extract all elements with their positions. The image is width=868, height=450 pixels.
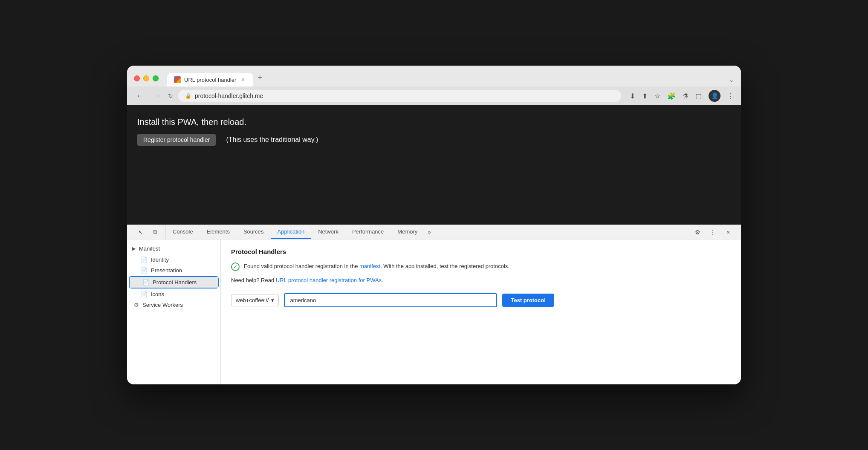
tab-network[interactable]: Network	[311, 225, 345, 239]
sidebar-item-service-workers[interactable]: ⚙ Service Workers	[127, 300, 220, 310]
device-toolbar-icon[interactable]: ⧉	[148, 225, 162, 239]
active-tab[interactable]: URL protocol handler ×	[167, 73, 253, 87]
devtools-panel: ↖ ⧉ Console Elements Sources Application…	[127, 225, 741, 384]
devtools-close-icon[interactable]: ×	[722, 226, 734, 238]
panel-title: Protocol Handlers	[231, 248, 731, 255]
sidebar-item-protocol-label: Protocol Handlers	[153, 279, 197, 286]
devtools-more-icon[interactable]: ⋮	[707, 226, 719, 238]
help-text-after: .	[382, 277, 383, 283]
maximize-button[interactable]	[153, 75, 159, 81]
identity-icon: 📄	[141, 257, 148, 263]
bookmark-icon[interactable]: ☆	[654, 92, 660, 100]
sidebar-item-identity[interactable]: 📄 Identity	[127, 254, 220, 265]
labs-icon[interactable]: ⚗	[683, 92, 689, 100]
refresh-button[interactable]: ↻	[168, 92, 173, 99]
split-screen-icon[interactable]: ▢	[695, 92, 702, 100]
tab-performance[interactable]: Performance	[345, 225, 391, 239]
tab-sources[interactable]: Sources	[237, 225, 271, 239]
new-tab-button[interactable]: +	[253, 70, 266, 86]
share-icon[interactable]: ⬆	[642, 92, 648, 100]
devtools-main-panel: Protocol Handlers ✓ Found valid protocol…	[221, 239, 741, 384]
extension-icon[interactable]: 🧩	[667, 92, 676, 100]
help-text-before: Need help? Read	[231, 277, 276, 283]
web-content-area: Install this PWA, then reload. Register …	[127, 105, 741, 225]
help-row: Need help? Read URL protocol handler reg…	[231, 276, 731, 285]
download-icon[interactable]: ⬇	[630, 92, 635, 100]
dropdown-chevron-icon: ▾	[271, 297, 274, 303]
tab-close-button[interactable]: ×	[240, 76, 246, 83]
manifest-section-header[interactable]: ▶ Manifest	[127, 243, 220, 254]
tab-favicon	[174, 76, 181, 83]
devtools-action-buttons: ↖ ⧉	[130, 225, 166, 239]
url-bar[interactable]: 🔒 protocol-handler.glitch.me	[178, 90, 621, 102]
traffic-lights	[134, 75, 159, 81]
sidebar-item-icons[interactable]: 📄 Icons	[127, 289, 220, 300]
toolbar-icons: ⬇ ⬆ ☆ 🧩 ⚗ ▢ 👤 ⋮	[630, 90, 734, 102]
profile-avatar[interactable]: 👤	[709, 90, 720, 102]
back-button[interactable]: ←	[134, 91, 146, 101]
close-button[interactable]	[134, 75, 140, 81]
sidebar-item-presentation-label: Presentation	[151, 267, 182, 274]
inspect-cursor-icon[interactable]: ↖	[134, 225, 148, 239]
manifest-toggle-icon: ▶	[132, 246, 136, 251]
help-link[interactable]: URL protocol handler registration for PW…	[276, 277, 382, 283]
tab-memory[interactable]: Memory	[391, 225, 424, 239]
sidebar-item-protocol-handlers[interactable]: 📄 Protocol Handlers	[130, 277, 218, 288]
sidebar-item-presentation[interactable]: 📄 Presentation	[127, 265, 220, 276]
url-text: protocol-handler.glitch.me	[195, 92, 614, 99]
devtools-sidebar: ▶ Manifest 📄 Identity 📄 Presentation 📄 P…	[127, 239, 221, 384]
status-row: ✓ Found valid protocol handler registrat…	[231, 262, 731, 271]
status-text: Found valid protocol handler registratio…	[244, 262, 509, 271]
sidebar-item-service-workers-label: Service Workers	[142, 302, 183, 308]
presentation-icon: 📄	[141, 267, 148, 274]
traditional-way-text: (This uses the traditional way.)	[226, 136, 318, 144]
register-protocol-button[interactable]: Register protocol handler	[137, 134, 216, 146]
tab-title: URL protocol handler	[184, 77, 236, 83]
browser-window: URL protocol handler × + ⌄ ← → ↻ 🔒 proto…	[127, 66, 741, 384]
tab-chevron-icon[interactable]: ⌄	[729, 76, 734, 83]
sidebar-item-identity-label: Identity	[151, 257, 169, 263]
minimize-button[interactable]	[143, 75, 149, 81]
address-bar: ← → ↻ 🔒 protocol-handler.glitch.me ⬇ ⬆ ☆…	[127, 87, 741, 105]
service-workers-gear-icon: ⚙	[134, 302, 139, 308]
status-message-before: Found valid protocol handler registratio…	[244, 263, 359, 269]
more-tabs-button[interactable]: »	[424, 225, 434, 239]
check-circle-icon: ✓	[231, 262, 240, 271]
test-protocol-button[interactable]: Test protocol	[502, 294, 554, 307]
devtools-body: ▶ Manifest 📄 Identity 📄 Presentation 📄 P…	[127, 239, 741, 384]
forward-button[interactable]: →	[151, 91, 163, 101]
protocol-handlers-highlight-ring: 📄 Protocol Handlers	[129, 276, 219, 288]
protocol-value: web+coffee://	[236, 297, 269, 303]
lock-icon: 🔒	[185, 93, 191, 99]
tab-console[interactable]: Console	[166, 225, 200, 239]
tab-application[interactable]: Application	[271, 225, 312, 239]
icons-file-icon: 📄	[141, 291, 148, 297]
tab-elements[interactable]: Elements	[200, 225, 237, 239]
tab-bar: URL protocol handler × + ⌄	[167, 70, 734, 87]
devtools-right-controls: ⚙ ⋮ ×	[688, 226, 738, 238]
status-message-after: . With the app installed, test the regis…	[380, 263, 509, 269]
more-menu-icon[interactable]: ⋮	[727, 92, 734, 100]
protocol-handlers-icon: 📄	[142, 279, 149, 286]
protocol-dropdown[interactable]: web+coffee:// ▾	[231, 294, 279, 306]
manifest-link[interactable]: manifest	[359, 263, 380, 269]
sidebar-item-icons-label: Icons	[151, 291, 164, 297]
install-pwa-text: Install this PWA, then reload.	[137, 117, 731, 127]
devtools-settings-icon[interactable]: ⚙	[692, 226, 703, 238]
test-row: web+coffee:// ▾ Test protocol	[231, 293, 731, 307]
title-bar: URL protocol handler × + ⌄	[127, 66, 741, 87]
manifest-label: Manifest	[139, 245, 160, 252]
devtools-tabs-bar: ↖ ⧉ Console Elements Sources Application…	[127, 225, 741, 239]
test-protocol-input[interactable]	[284, 293, 497, 307]
